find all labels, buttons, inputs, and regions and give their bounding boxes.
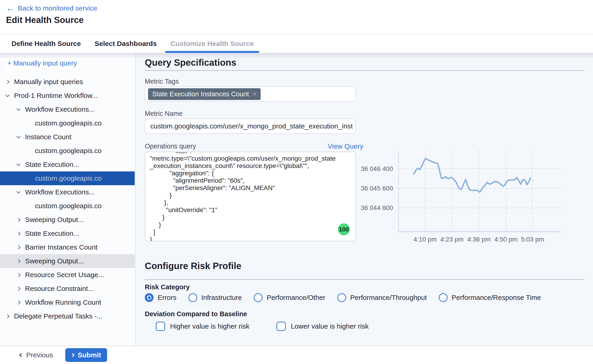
tree-item-label: Sweeping Output... [25, 216, 84, 224]
sidebar-item-instance-count[interactable]: Instance Count [0, 130, 135, 144]
sidebar-item-delegate-perpetual-tasks[interactable]: Delegate Perpetual Tasks -... [0, 309, 135, 323]
sidebar-item-custom-googleapis-co[interactable]: custom.googleapis.co [0, 199, 135, 213]
chevron-right-icon[interactable] [16, 231, 20, 235]
checkbox-unchecked-icon[interactable] [156, 322, 165, 331]
sidebar-item-custom-googleapis-co[interactable]: custom.googleapis.co [0, 116, 135, 130]
chevron-down-icon[interactable] [5, 93, 9, 97]
sidebar-item-sweeping-output[interactable]: Sweeping Output... [0, 254, 135, 268]
sidebar-item-custom-googleapis-co[interactable]: custom.googleapis.co [0, 144, 135, 158]
tree-item-label: custom.googleapis.co [35, 202, 102, 210]
metric-preview-chart [398, 150, 561, 232]
chevron-right-icon[interactable] [16, 273, 20, 277]
tree-item-label: Barrier Instances Count [25, 243, 98, 251]
chart-y-tick: 36 044 800 [354, 204, 393, 212]
sidebar-item-prod-1-runtime-workflow[interactable]: Prod-1 Runtime Workflow... [0, 89, 135, 103]
checkbox-label: Lower value is higher risk [291, 322, 368, 330]
risk-category-radio-group: ErrorsInfrastructurePerformance/OtherPer… [145, 293, 553, 302]
metric-tree: Manually input queriesProd-1 Runtime Wor… [0, 75, 135, 323]
deviation-baseline-label: Deviation Compared to Baseline [145, 310, 247, 318]
query-specifications-title: Query Specifications [145, 58, 236, 68]
radio-label: Infrastructure [201, 294, 242, 301]
risk-radio-infrastructure[interactable]: Infrastructure [189, 293, 242, 302]
checkbox-label: Higher value is higher risk [170, 322, 249, 330]
deviation-checkbox-lower-value-is-higher-risk[interactable]: Lower value is higher risk [276, 322, 368, 331]
tree-item-label: Prod-1 Runtime Workflow... [14, 92, 98, 99]
add-manual-query-button[interactable]: + Manually input query [4, 58, 81, 68]
chart-x-tick: 4:10 pm [413, 236, 437, 243]
tree-item-label: Sweeping Output... [25, 257, 84, 265]
tree-item-label: Resource Constraint... [25, 285, 94, 292]
sidebar-item-barrier-instances-count[interactable]: Barrier Instances Count [0, 240, 135, 254]
chevron-right-icon[interactable] [5, 314, 9, 318]
tree-item-label: Instance Count [25, 133, 72, 141]
sidebar-item-resource-constraint[interactable]: Resource Constraint... [0, 282, 135, 296]
tree-item-label: State Execution... [25, 230, 79, 237]
chevron-right-icon [71, 353, 75, 357]
risk-radio-performance-response-time[interactable]: Performance/Response Time [439, 293, 541, 302]
radio-selected-icon[interactable] [145, 293, 154, 302]
chevron-down-icon[interactable] [16, 134, 20, 138]
page-header: ← Back to monitored service Edit Health … [0, 0, 593, 34]
sidebar-item-sweeping-output[interactable]: Sweeping Output... [0, 213, 135, 227]
sidebar-item-workflow-executions[interactable]: Workflow Executions... [0, 103, 135, 116]
operations-query-editor[interactable]: "filter": "metric.type=\"custom.googleap… [145, 152, 356, 241]
tree-item-label: Workflow Executions... [25, 105, 95, 113]
chart-x-tick: 4:23 pm [440, 236, 464, 243]
tab-select-dashboards[interactable]: Select Dashboards [88, 34, 164, 53]
tab-customize-health-source[interactable]: Customize Health Source [164, 34, 261, 53]
sidebar-item-workflow-executions[interactable]: Workflow Executions... [0, 185, 135, 199]
chevron-right-icon[interactable] [16, 245, 20, 249]
chart-y-tick: 36 046 400 [354, 165, 393, 173]
view-query-link[interactable]: View Query [328, 143, 356, 150]
chart-x-tick: 5:03 pm [521, 236, 544, 243]
remove-tag-icon[interactable]: × [253, 91, 257, 98]
radio-unselected-icon[interactable] [337, 293, 346, 302]
tree-item-label: Manually input queries [14, 78, 83, 86]
tree-item-label: Resource Secret Usage... [25, 271, 104, 279]
metric-tags-label: Metric Tags [145, 78, 179, 85]
sidebar-item-state-execution[interactable]: State Execution... [0, 158, 135, 171]
back-arrow-icon: ← [6, 4, 14, 13]
chevron-right-icon[interactable] [16, 259, 20, 263]
sidebar-item-resource-secret-usage[interactable]: Resource Secret Usage... [0, 268, 135, 282]
radio-unselected-icon[interactable] [254, 293, 262, 302]
chevron-down-icon[interactable] [16, 189, 20, 194]
back-link[interactable]: ← Back to monitored service [6, 4, 97, 13]
chevron-down-icon[interactable] [16, 107, 20, 111]
operations-query-label: Operations query [145, 143, 196, 150]
sidebar-item-state-execution[interactable]: State Execution... [0, 227, 135, 240]
submit-button[interactable]: Submit [65, 348, 107, 362]
chevron-down-icon[interactable] [16, 162, 20, 166]
main-panel: Query Specifications Metric Tags State E… [136, 53, 593, 346]
previous-button[interactable]: Previous [20, 351, 53, 359]
tree-item-label: custom.googleapis.co [35, 147, 102, 155]
section-divider [145, 279, 585, 280]
radio-label: Errors [158, 294, 176, 301]
chevron-right-icon[interactable] [5, 80, 9, 84]
risk-radio-errors[interactable]: Errors [145, 293, 176, 302]
risk-category-label: Risk Category [145, 283, 190, 291]
radio-unselected-icon[interactable] [439, 293, 448, 302]
deviation-checkbox-higher-value-is-higher-risk[interactable]: Higher value is higher risk [156, 322, 249, 331]
radio-unselected-icon[interactable] [189, 293, 197, 302]
risk-radio-performance-other[interactable]: Performance/Other [254, 293, 325, 302]
timeseries-line [414, 158, 530, 192]
query-score-badge: 100 [338, 223, 350, 235]
tree-item-label: Workflow Executions... [25, 188, 95, 196]
chevron-right-icon[interactable] [16, 286, 20, 291]
metric-name-field[interactable]: custom.googleapis.com/user/x_mongo_prod_… [145, 119, 356, 134]
sidebar-item-custom-googleapis-co[interactable]: custom.googleapis.co [0, 171, 135, 185]
tree-item-label: custom.googleapis.co [35, 174, 102, 182]
tab-define-health-source[interactable]: Define Health Source [5, 34, 88, 53]
radio-label: Performance/Response Time [452, 294, 541, 301]
previous-button-label: Previous [26, 351, 53, 359]
sidebar-item-manually-input-queries[interactable]: Manually input queries [0, 75, 135, 89]
chevron-right-icon[interactable] [16, 218, 20, 222]
chevron-right-icon[interactable] [16, 300, 20, 305]
tree-item-label: State Execution... [25, 161, 79, 169]
risk-radio-performance-throughput[interactable]: Performance/Throughput [337, 293, 427, 302]
sidebar-item-workflow-running-count[interactable]: Workflow Running Count [0, 296, 135, 309]
metric-tag-chip: State Execution Instances Count × [148, 88, 261, 100]
metric-tags-input[interactable]: State Execution Instances Count × [145, 86, 356, 102]
checkbox-unchecked-icon[interactable] [276, 322, 286, 331]
